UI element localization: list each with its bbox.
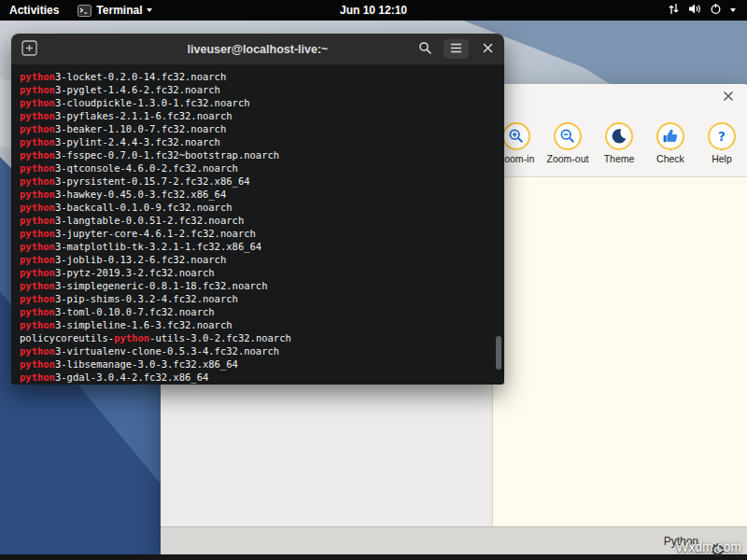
terminal-line: python3-virtualenv-clone-0.5.3-4.fc32.no…: [20, 344, 504, 357]
terminal-line: python3-pip-shims-0.3.2-4.fc32.noarch: [20, 292, 504, 305]
terminal-line: python3-simpleline-1.6-3.fc32.noarch: [20, 318, 504, 331]
terminal-line: python3-pyglet-1.4.6-2.fc32.noarch: [20, 83, 504, 96]
terminal-header[interactable]: liveuser@localhost-live:~: [11, 34, 504, 65]
new-tab-button[interactable]: [20, 40, 38, 59]
terminal-line: policycoreutils-python-utils-3.0-2.fc32.…: [20, 331, 504, 344]
new-tab-icon: [21, 40, 37, 59]
terminal-line: python3-beaker-1.10.0-7.fc32.noarch: [20, 122, 504, 135]
toolbar-button-label: Theme: [604, 153, 635, 164]
terminal-line: python3-pyflakes-2.1.1-6.fc32.noarch: [20, 109, 504, 122]
system-status-area[interactable]: [660, 0, 743, 21]
terminal-line: python3-hawkey-0.45.0-3.fc32.x86_64: [20, 188, 504, 201]
close-icon: [482, 42, 494, 57]
network-icon: [668, 3, 680, 18]
top-bar: Activities Terminal Jun 10 12:10: [0, 0, 747, 21]
chevron-down-icon: [147, 8, 152, 12]
hamburger-menu-icon: [450, 42, 462, 56]
terminal-app-icon: [78, 5, 92, 17]
terminal-body[interactable]: python3-locket-0.2.0-14.fc32.noarchpytho…: [11, 65, 504, 385]
terminal-scrollbar[interactable]: [495, 65, 503, 385]
chevron-down-icon: [730, 8, 736, 12]
app-menu-terminal[interactable]: Terminal: [68, 0, 162, 21]
volume-icon: [688, 3, 701, 18]
terminal-line: python3-simplegeneric-0.8.1-18.fc32.noar…: [20, 279, 504, 292]
terminal-line: python3-toml-0.10.0-7.fc32.noarch: [20, 305, 504, 318]
activities-button[interactable]: Activities: [0, 0, 68, 21]
svg-text:?: ?: [718, 129, 726, 144]
watermark: Wxdm.com: [676, 539, 741, 554]
close-icon: [723, 91, 734, 105]
terminal-line: python3-locket-0.2.0-14.fc32.noarch: [20, 70, 504, 83]
zoom-out-icon: [554, 122, 582, 150]
power-icon: [710, 3, 722, 18]
help-window-close-button[interactable]: [721, 90, 736, 105]
help-statusbar: Python: [161, 526, 747, 555]
question-icon: ?: [708, 122, 736, 150]
terminal-line: python3-gdal-3.0.4-2.fc32.x86_64: [20, 371, 504, 384]
terminal-close-button[interactable]: [478, 40, 497, 59]
toolbar-button-label: Zoom-out: [547, 153, 589, 164]
menu-button[interactable]: [444, 39, 469, 59]
toolbar-button-theme[interactable]: Theme: [596, 120, 642, 164]
thumbs-up-icon: [656, 122, 684, 150]
terminal-line: python3-backcall-0.1.0-9.fc32.noarch: [20, 201, 504, 214]
terminal-line: python3-joblib-0.13.2-6.fc32.noarch: [20, 253, 504, 266]
help-content-right-pane: [493, 177, 747, 527]
terminal-line: python3-libsemanage-3.0-3.fc32.x86_64: [20, 357, 504, 371]
terminal-output: python3-locket-0.2.0-14.fc32.noarchpytho…: [20, 70, 504, 384]
clock[interactable]: Jun 10 12:10: [331, 0, 416, 21]
toolbar-button-zoom-out[interactable]: Zoom-out: [544, 120, 591, 164]
moon-icon: [605, 122, 633, 150]
terminal-line: python3-jupyter-core-4.6.1-2.fc32.noarch: [20, 227, 504, 240]
terminal-line: python3-matplotlib-tk-3.2.1-1.fc32.x86_6…: [20, 240, 504, 253]
toolbar-button-check[interactable]: Check: [647, 120, 694, 164]
terminal-window: liveuser@localhost-live:~ python3-locket…: [11, 34, 504, 385]
screen-bottom-edge: [0, 554, 747, 560]
toolbar-button-label: Help: [712, 153, 732, 164]
toolbar-button-help[interactable]: ?Help: [698, 120, 745, 164]
app-menu-label: Terminal: [96, 4, 142, 17]
search-icon: [418, 41, 432, 58]
scrollbar-thumb[interactable]: [496, 336, 501, 370]
search-button[interactable]: [416, 40, 434, 59]
terminal-line: python3-pylint-2.4.4-3.fc32.noarch: [20, 135, 504, 148]
terminal-line: python3-pyrsistent-0.15.7-2.fc32.x86_64: [20, 175, 504, 188]
terminal-line: python3-cloudpickle-1.3.0-1.fc32.noarch: [20, 96, 504, 109]
terminal-line: python3-pytz-2019.3-2.fc32.noarch: [20, 266, 504, 279]
terminal-line: python3-fsspec-0.7.0-1.fc32~bootstrap.no…: [20, 148, 504, 161]
zoom-in-icon: [502, 122, 530, 150]
terminal-line: python3-qtconsole-4.6.0-2.fc32.noarch: [20, 161, 504, 175]
toolbar-button-label: Check: [656, 153, 684, 164]
terminal-line: python3-langtable-0.0.51-2.fc32.noarch: [20, 214, 504, 227]
